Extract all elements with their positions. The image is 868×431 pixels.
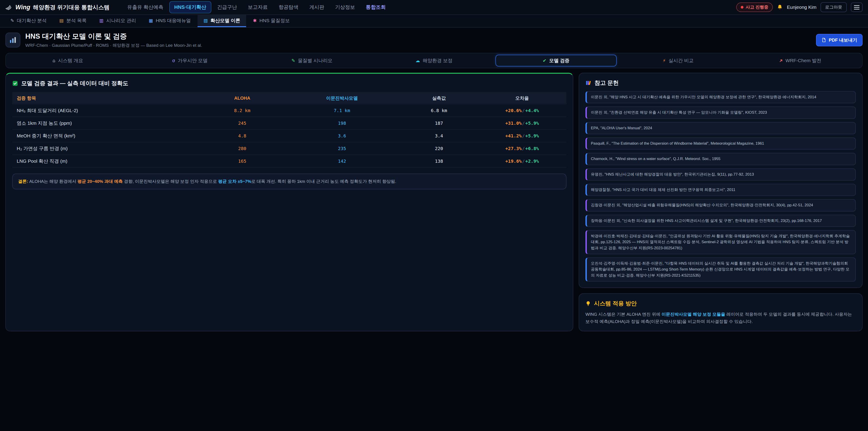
cell-lee-model-value: 7.1 km bbox=[284, 104, 400, 117]
reference-item[interactable]: 오진석·김주영·이득재·김용범·최준·이문진, "다항목 HNS 데이터의 실시… bbox=[585, 257, 856, 282]
reference-item[interactable]: 이문진 외, "해양 HNS 사고 시 대기확산 예측을 위한 가우시안 모델의… bbox=[585, 91, 856, 103]
reference-item[interactable]: Charnock, H., "Wind stress on a water su… bbox=[585, 153, 856, 165]
nav-item-board[interactable]: 게시판 bbox=[305, 1, 329, 13]
subnav-item-label: 시나리오 관리 bbox=[106, 18, 136, 24]
tab-substance-scenarios[interactable]: ✎물질별 시나리오 bbox=[251, 55, 373, 66]
incident-badge-label: 사고 진행중 bbox=[746, 4, 768, 10]
cell-measured-value: 3.4 bbox=[400, 129, 477, 142]
subnav-item-analysis-list[interactable]: ▤분석 목록 bbox=[54, 15, 93, 27]
user-name: Eunjeong Kim bbox=[787, 4, 816, 10]
reference-item[interactable]: 해양경찰청, "HNS 사고 국가 대비 대응 체제 선진화 방안 연구용역 최… bbox=[585, 184, 856, 196]
cell-lee-model-value: 235 bbox=[284, 142, 400, 155]
tab-label: 가우시안 모델 bbox=[178, 57, 208, 64]
pencil-icon: ✎ bbox=[10, 18, 14, 23]
pdf-export-button[interactable]: PDF 내보내기 bbox=[816, 34, 863, 46]
page-title: HNS 대기확산 모델 이론 및 검증 bbox=[25, 32, 202, 41]
incident-dot-icon bbox=[741, 6, 743, 8]
error-aloha-value: +20.6% bbox=[505, 108, 522, 113]
page-subtitle: WRF-Chem · Gaussian Plume/Puff · ROMS · … bbox=[25, 42, 202, 49]
column-header-meas: 실측값 bbox=[400, 92, 477, 104]
hamburger-line bbox=[854, 5, 860, 6]
tab-label: 모델 검증 bbox=[549, 57, 569, 64]
reference-item[interactable]: 이문진 외, "친환경 선박연료 해양 유출 시 대기확산 특성 연구 — 암모… bbox=[585, 106, 856, 119]
error-lee-value: +4.4% bbox=[525, 108, 539, 113]
tab-system-overview[interactable]: ⌂시스템 개요 bbox=[7, 55, 128, 66]
sigma-icon: σ bbox=[172, 58, 175, 63]
bar-chart-icon bbox=[9, 36, 17, 44]
error-separator: / bbox=[522, 133, 525, 138]
hamburger-menu-button[interactable] bbox=[851, 2, 863, 12]
clipboard-icon: ▥ bbox=[99, 18, 103, 23]
validation-table: 검증 항목ALOHA이문진박사모델실측값오차율 NH₃ 최대 도달거리 (AEG… bbox=[12, 92, 566, 168]
table-row: MeOH 증기 확산 면적 (km²)4.83.63.4+41.2%/+5.9% bbox=[12, 129, 566, 142]
table-row: H₂ 가연성 구름 반경 (m)280235220+27.3%/+6.8% bbox=[12, 142, 566, 155]
list-icon: ▤ bbox=[59, 18, 64, 23]
logout-button[interactable]: 로그아웃 bbox=[820, 2, 847, 12]
bolt-icon: ⚡ bbox=[663, 58, 666, 63]
application-title-text: 시스템 적용 방안 bbox=[594, 300, 637, 307]
reference-item[interactable]: 장하용·이문진 외, "신속한 의사결정을 위한 HNS 사고이력관리시스템 설… bbox=[585, 215, 856, 227]
cell-error-rate: +20.6%/+4.4% bbox=[478, 104, 566, 117]
main-nav: 유출유 확산예측HNS·대기확산긴급구난보고자료항공탐색게시판기상정보통합조회 bbox=[122, 1, 733, 13]
references-title-text: 참고 문헌 bbox=[594, 79, 619, 87]
reference-item[interactable]: Pasquill, F., "The Estimation of the Dis… bbox=[585, 137, 856, 150]
rocket-icon: ➔ bbox=[778, 58, 784, 63]
subnav-item-diffusion-model-theory[interactable]: ▧확산모델 이론 bbox=[197, 15, 246, 27]
nav-item-reports[interactable]: 보고자료 bbox=[243, 1, 273, 13]
reference-item[interactable]: 김창경·이문진 외, "해양산업시설 배출 위험유해물질(HNS)의 해양확산 … bbox=[585, 199, 856, 211]
nav-item-emergency-rescue[interactable]: 긴급구난 bbox=[212, 1, 242, 13]
reference-item[interactable]: EPA, "ALOHA User's Manual", 2024 bbox=[585, 122, 856, 134]
validation-title-text: 모델 검증 결과 — 실측 데이터 대비 정확도 bbox=[21, 80, 128, 87]
reference-list: 이문진 외, "해양 HNS 사고 시 대기확산 예측을 위한 가우시안 모델의… bbox=[585, 91, 856, 282]
cell-measured-value: 220 bbox=[400, 142, 477, 155]
scenario-icon: ✎ bbox=[291, 58, 295, 63]
subnav-item-label: HNS 대응매뉴얼 bbox=[156, 18, 191, 24]
cell-lee-model-value: 198 bbox=[284, 117, 400, 129]
column-header-err: 오차율 bbox=[478, 92, 566, 104]
incident-status-badge[interactable]: 사고 진행중 bbox=[736, 2, 773, 12]
cell-item: NH₃ 최대 도달거리 (AEGL-2) bbox=[12, 104, 201, 117]
tab-label: 해양환경 보정 bbox=[423, 57, 453, 64]
notification-bell-button[interactable] bbox=[777, 4, 783, 10]
books-icon bbox=[585, 80, 591, 86]
cell-aloha-value: 165 bbox=[201, 155, 284, 167]
nav-item-integrated-search[interactable]: 통합조회 bbox=[361, 1, 391, 13]
tab-realtime-comparison[interactable]: ⚡실시간 비교 bbox=[618, 55, 739, 66]
validation-table-body: NH₃ 최대 도달거리 (AEGL-2)8.2 km7.1 km6.8 km+2… bbox=[12, 104, 566, 167]
nav-item-oil-diffusion[interactable]: 유출유 확산예측 bbox=[122, 1, 168, 13]
column-header-item: 검증 항목 bbox=[12, 92, 201, 104]
subnav-item-air-diffusion-analysis[interactable]: ✎대기확산 분석 bbox=[4, 15, 53, 27]
nav-item-hns-air-diffusion[interactable]: HNS·대기확산 bbox=[169, 1, 211, 13]
reference-item[interactable]: 유명진, "HNS 재난사고에 대한 해양경찰의 대응 방안", 한국위기관리논… bbox=[585, 168, 856, 181]
hamburger-line bbox=[854, 9, 860, 9]
subnav-item-hns-substance-info[interactable]: ✱HNS 물질정보 bbox=[247, 15, 296, 27]
check-icon: ✔ bbox=[543, 58, 547, 63]
subnav-item-scenario-management[interactable]: ▥시나리오 관리 bbox=[93, 15, 142, 27]
chart-icon: ▧ bbox=[204, 18, 208, 23]
tab-gaussian-model[interactable]: σ가우시안 모델 bbox=[129, 55, 250, 66]
subnav-item-label: 확산모델 이론 bbox=[211, 18, 240, 24]
cell-measured-value: 6.8 km bbox=[400, 104, 477, 117]
tab-label: 실시간 비교 bbox=[669, 57, 694, 64]
top-navigation: Wing 해양환경 위기대응 통합시스템 유출유 확산예측HNS·대기확산긴급구… bbox=[0, 0, 868, 15]
app-title: 해양환경 위기대응 통합시스템 bbox=[33, 4, 110, 11]
column-header-lee: 이문진박사모델 bbox=[284, 92, 400, 104]
tab-wrf-chem[interactable]: ➔WRF-Chem 발전 bbox=[740, 55, 861, 66]
error-lee-value: +5.9% bbox=[525, 133, 539, 138]
error-separator: / bbox=[522, 146, 525, 151]
column-header-aloha: ALOHA bbox=[201, 92, 284, 104]
error-aloha-value: +41.2% bbox=[505, 133, 522, 138]
cell-error-rate: +27.3%/+6.8% bbox=[478, 142, 566, 155]
cell-aloha-value: 4.8 bbox=[201, 129, 284, 142]
reference-item[interactable]: 박경애·이진호·박재진·김태성·김태슬·이문진, "인공위성 원격탐사 기반 A… bbox=[585, 230, 856, 254]
subnav-item-hns-response-manual[interactable]: ▦HNS 대응매뉴얼 bbox=[143, 15, 197, 27]
tab-marine-correction[interactable]: ☁해양환경 보정 bbox=[373, 55, 495, 66]
hamburger-line bbox=[854, 7, 860, 8]
subnav: ✎대기확산 분석▤분석 목록▥시나리오 관리▦HNS 대응매뉴얼▧확산모델 이론… bbox=[0, 15, 868, 28]
tab-model-validation[interactable]: ✔모델 검증 bbox=[495, 55, 617, 66]
nav-item-weather-info[interactable]: 기상정보 bbox=[330, 1, 360, 13]
wing-logo-icon bbox=[5, 4, 13, 10]
app-logo[interactable]: Wing 해양환경 위기대응 통합시스템 bbox=[5, 4, 110, 11]
logo-text: Wing bbox=[16, 4, 30, 11]
nav-item-aerial-search[interactable]: 항공탐색 bbox=[274, 1, 304, 13]
